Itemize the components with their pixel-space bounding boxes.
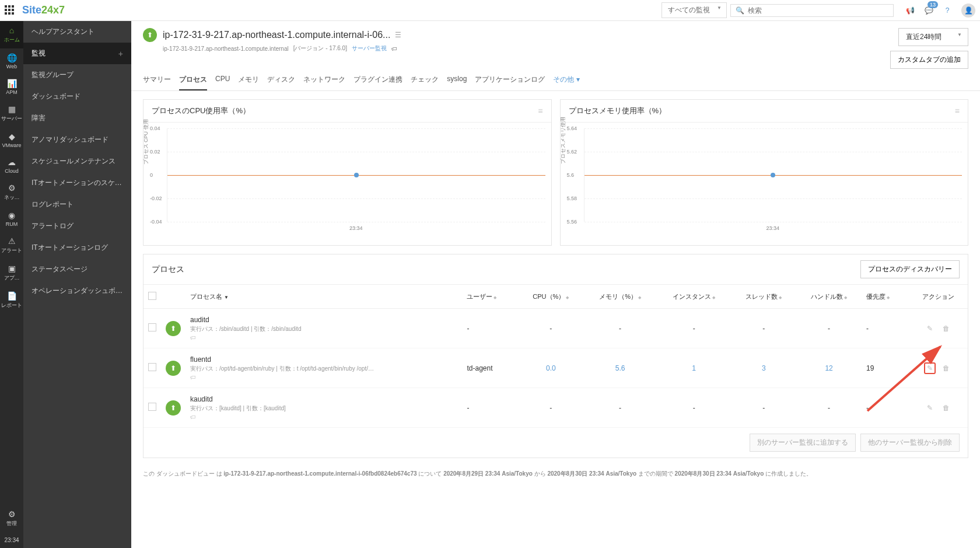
sidebar-item-7[interactable]: ITオートメーションのスケ… xyxy=(23,172,131,194)
cell-cpu[interactable]: 0.0 xyxy=(546,364,556,372)
rail-item-0[interactable]: ⌂ホーム xyxy=(0,21,23,48)
rail-item-1[interactable]: 🌐Web xyxy=(0,48,23,74)
chart-cpu-xtick: 23:34 xyxy=(167,225,545,231)
data-point[interactable] xyxy=(354,173,359,177)
rail-item-9[interactable]: ▣アプ… xyxy=(0,259,23,287)
period-select[interactable]: 直近24時間 xyxy=(898,28,968,46)
process-name[interactable]: auditd xyxy=(190,316,457,324)
y-tick: 0.02 xyxy=(150,149,160,155)
tag-icon[interactable]: 🏷 xyxy=(190,414,457,420)
col-user[interactable]: ユーザー xyxy=(467,293,492,300)
sidebar-item-9[interactable]: アラートログ xyxy=(23,215,131,237)
table-row: ⬆ fluentd 実行パス：/opt/td-agent/bin/ruby | … xyxy=(144,348,968,388)
rail-item-7[interactable]: ◉RUM xyxy=(0,206,23,232)
cell-inst[interactable]: 1 xyxy=(692,364,696,372)
col-name[interactable]: プロセス名 xyxy=(190,293,222,300)
tag-icon[interactable]: 🏷 xyxy=(391,46,397,52)
discovery-button[interactable]: プロセスのディスカバリー xyxy=(860,260,960,278)
add-monitor-icon[interactable]: + xyxy=(118,49,123,58)
rail-item-3[interactable]: ▦サーバー xyxy=(0,100,23,127)
add-custom-tab-button[interactable]: カスタムタブの追加 xyxy=(890,51,968,69)
row-checkbox[interactable] xyxy=(148,363,156,371)
sidebar-item-12[interactable]: オペレーションダッシュボ… xyxy=(23,280,131,302)
tab-8[interactable]: syslog xyxy=(447,75,467,90)
tab-1[interactable]: プロセス xyxy=(179,75,207,90)
col-actions: アクション xyxy=(922,293,954,300)
y-tick: 5.58 xyxy=(567,196,578,201)
y-tick: 0.04 xyxy=(150,125,160,131)
chart-menu-icon[interactable]: ≡ xyxy=(538,106,542,116)
col-inst[interactable]: インスタンス xyxy=(673,293,711,300)
tab-6[interactable]: プラグイン連携 xyxy=(354,75,402,90)
select-all-checkbox[interactable] xyxy=(148,292,156,300)
sidebar-item-4[interactable]: 障害 xyxy=(23,107,131,129)
tab-10[interactable]: その他 ▾ xyxy=(553,75,579,90)
edit-icon[interactable]: ✎ xyxy=(924,323,936,334)
cell-threads: - xyxy=(762,324,765,333)
tab-0[interactable]: サマリー xyxy=(143,75,171,90)
help-icon[interactable]: ? xyxy=(942,5,953,16)
tab-3[interactable]: メモリ xyxy=(238,75,259,90)
sidebar-item-10[interactable]: ITオートメーションログ xyxy=(23,237,131,259)
sidebar-item-0[interactable]: ヘルプアシスタント xyxy=(23,21,131,43)
search-box[interactable]: 🔍 xyxy=(730,4,894,17)
avatar[interactable]: 👤 xyxy=(961,4,975,18)
rail-item-8[interactable]: ⚠アラート xyxy=(0,232,23,259)
notifications-icon[interactable]: 💬13 xyxy=(923,5,935,16)
cell-threads[interactable]: 3 xyxy=(762,364,766,372)
apps-grid-icon[interactable] xyxy=(5,5,15,16)
monitor-scope-select[interactable]: すべての監視 xyxy=(662,2,727,18)
cell-mem: - xyxy=(619,324,621,333)
remove-from-monitor-button[interactable]: 他のサーバー監視から削除 xyxy=(860,434,960,452)
tab-4[interactable]: ディスク xyxy=(267,75,295,90)
sidebar-item-2[interactable]: 監視グループ xyxy=(23,64,131,86)
cell-handles[interactable]: 12 xyxy=(825,364,832,372)
row-checkbox[interactable] xyxy=(148,323,156,331)
sidebar: ヘルプアシスタント監視+監視グループダッシュボード障害アノマリダッシュボードスケ… xyxy=(23,21,131,548)
tab-2[interactable]: CPU xyxy=(215,75,230,90)
col-mem[interactable]: メモリ（%） xyxy=(599,293,637,300)
col-handles[interactable]: ハンドル数 xyxy=(811,293,843,300)
search-input[interactable] xyxy=(748,6,888,15)
cell-mem[interactable]: 5.6 xyxy=(615,364,625,372)
rail-admin[interactable]: ⚙管理 xyxy=(0,505,23,532)
sidebar-item-6[interactable]: スケジュールメンテナンス xyxy=(23,151,131,172)
page-title: ip-172-31-9-217.ap-northeast-1.compute.i… xyxy=(163,30,390,40)
tab-5[interactable]: ネットワーク xyxy=(303,75,345,90)
chart-menu-icon[interactable]: ≡ xyxy=(955,106,960,116)
rail-item-4[interactable]: ◆VMware xyxy=(0,127,23,153)
delete-icon[interactable]: 🗑 xyxy=(940,323,952,334)
process-name[interactable]: kauditd xyxy=(190,395,457,403)
process-path: 実行パス：[kauditd] | 引数：[kauditd] xyxy=(190,404,457,413)
host-name: ip-172-31-9-217.ap-northeast-1.compute.i… xyxy=(163,46,289,52)
rail-item-5[interactable]: ☁Cloud xyxy=(0,153,23,179)
process-name[interactable]: fluentd xyxy=(190,355,457,364)
tab-9[interactable]: アプリケーションログ xyxy=(475,75,545,90)
tag-icon[interactable]: 🏷 xyxy=(190,334,457,341)
announce-icon[interactable]: 📢 xyxy=(904,5,916,16)
sidebar-item-8[interactable]: ログレポート xyxy=(23,194,131,215)
col-cpu[interactable]: CPU（%） xyxy=(533,293,565,300)
rail-item-6[interactable]: ⚙ネッ… xyxy=(0,179,23,206)
rail-item-2[interactable]: 📊APM xyxy=(0,74,23,100)
data-point[interactable] xyxy=(771,173,775,177)
rail-time: 23:34 xyxy=(4,532,19,548)
sidebar-item-1[interactable]: 監視+ xyxy=(23,43,131,64)
rail-item-10[interactable]: 📄レポート xyxy=(0,287,23,314)
monitor-type-link[interactable]: サーバー監視 xyxy=(352,44,387,53)
cell-cpu: - xyxy=(550,404,552,412)
title-menu-icon[interactable]: ☰ xyxy=(395,31,401,39)
sidebar-item-5[interactable]: アノマリダッシュボード xyxy=(23,129,131,151)
row-checkbox[interactable] xyxy=(148,403,156,411)
col-prio[interactable]: 優先度 xyxy=(866,293,886,300)
y-tick: 5.64 xyxy=(567,125,578,131)
tab-7[interactable]: チェック xyxy=(411,75,439,90)
sidebar-item-11[interactable]: ステータスページ xyxy=(23,259,131,280)
cell-cpu: - xyxy=(550,324,552,333)
sidebar-item-3[interactable]: ダッシュボード xyxy=(23,86,131,107)
tag-icon[interactable]: 🏷 xyxy=(190,374,457,381)
col-threads[interactable]: スレッド数 xyxy=(746,293,778,300)
cell-mem: - xyxy=(619,404,621,412)
chart-mem-xtick: 23:34 xyxy=(584,225,963,231)
add-to-monitor-button[interactable]: 別のサーバー監視に追加する xyxy=(750,434,856,452)
